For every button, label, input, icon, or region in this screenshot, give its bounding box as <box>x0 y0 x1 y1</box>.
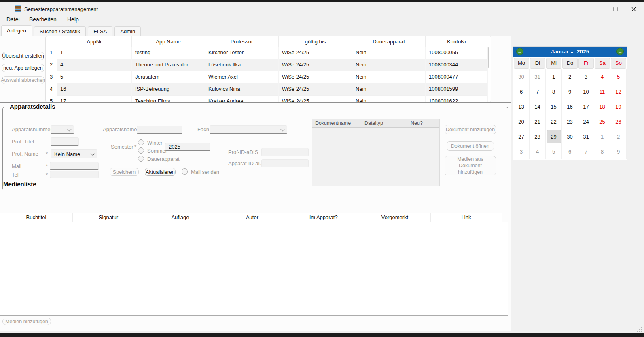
calendar-day[interactable]: 20 <box>513 114 530 129</box>
dokument-oeffnen-button[interactable]: Dokument öffnen <box>447 141 494 151</box>
calendar-day[interactable]: 19 <box>610 99 627 114</box>
calendar-day[interactable]: 31 <box>530 69 546 84</box>
uebersicht-erstellen-button[interactable]: Übersicht erstellen <box>2 52 44 60</box>
calendar-day[interactable]: 22 <box>546 114 562 129</box>
calendar-day[interactable]: 7 <box>578 144 594 159</box>
calendar-day[interactable]: 31 <box>578 129 594 144</box>
tab-suchen-statistik[interactable]: Suchen / Statistik <box>34 26 86 36</box>
tel-input[interactable] <box>50 171 99 178</box>
calendar-day[interactable]: 25 <box>594 114 610 129</box>
sommer-radio[interactable] <box>138 147 144 154</box>
mail-input[interactable] <box>50 162 99 170</box>
tab-admin[interactable]: Admin <box>114 26 141 36</box>
calendar-day[interactable]: 15 <box>546 99 562 114</box>
table-row[interactable]: 5 17 Teaching Films Kratzer Andrea WiSe … <box>46 95 491 102</box>
col-gueltig-bis[interactable]: gültig bis <box>279 36 352 47</box>
tab-elsa[interactable]: ELSA <box>88 26 112 36</box>
col-professor[interactable]: Professor <box>205 36 279 47</box>
prof-id-adis-input[interactable] <box>261 148 309 156</box>
calendar-day[interactable]: 4 <box>594 69 610 84</box>
calendar-day-selected[interactable]: 29 <box>546 129 562 144</box>
month-label[interactable]: Januar <box>551 49 569 55</box>
calendar-day[interactable]: 30 <box>513 69 530 84</box>
calendar-day[interactable]: 30 <box>562 129 578 144</box>
calendar-day[interactable]: 6 <box>562 144 578 159</box>
minimize-button[interactable] <box>587 3 599 15</box>
dauerapparat-radio[interactable] <box>138 156 144 162</box>
prof-titel-input[interactable] <box>51 137 79 146</box>
apparatsnummer-combobox[interactable] <box>51 125 74 134</box>
fach-combobox[interactable] <box>210 125 287 134</box>
calendar-day[interactable]: 13 <box>513 99 530 114</box>
calendar-day[interactable]: 2 <box>610 129 627 144</box>
calendar-day[interactable]: 7 <box>530 84 546 99</box>
calendar-day[interactable]: 6 <box>513 84 530 99</box>
calendar-day[interactable]: 5 <box>610 69 627 84</box>
menu-datei[interactable]: Datei <box>6 16 20 23</box>
apparatsname-input[interactable] <box>137 126 182 134</box>
year-input[interactable]: 2025 <box>165 143 210 151</box>
calendar-day[interactable]: 14 <box>530 99 546 114</box>
maximize-button[interactable] <box>609 3 621 15</box>
calendar-day[interactable]: 3 <box>513 144 530 159</box>
medienliste-body[interactable] <box>0 222 508 316</box>
calendar-day[interactable]: 1 <box>594 129 610 144</box>
menu-bearbeiten[interactable]: Bearbeiten <box>29 16 57 23</box>
calendar-day[interactable]: 17 <box>578 99 594 114</box>
calendar-day[interactable]: 28 <box>530 129 546 144</box>
splitter[interactable] <box>0 102 511 103</box>
calendar-day[interactable]: 3 <box>578 69 594 84</box>
prof-name-combobox[interactable]: Kein Name <box>51 149 97 158</box>
calendar-day[interactable]: 12 <box>610 84 627 99</box>
calendar-title[interactable]: Januar 2025 <box>513 47 627 57</box>
calendar-day[interactable]: 24 <box>578 114 594 129</box>
menu-help[interactable]: Help <box>67 16 79 23</box>
col-appnr[interactable]: AppNr <box>57 36 132 47</box>
table-row[interactable]: 1 1 testing Kirchner Tester WiSe 24/25 N… <box>46 47 491 59</box>
calendar-day[interactable]: 8 <box>546 84 562 99</box>
titlebar[interactable]: Semesterapparatsmanagement <box>0 2 644 13</box>
year-label[interactable]: 2025 <box>577 49 589 55</box>
medien-hinzufuegen-button[interactable]: Medien hinzufügen <box>2 318 51 325</box>
calendar-day[interactable]: 16 <box>562 99 578 114</box>
medien-aus-dokument-button[interactable]: Medien aus Dokument hinzufügen <box>445 156 496 175</box>
calendar-day[interactable]: 9 <box>562 84 578 99</box>
scrollbar-thumb[interactable] <box>488 47 489 68</box>
apparat-id-adis-input[interactable] <box>261 159 309 167</box>
col-dauerapparat[interactable]: Dauerapparat <box>352 36 426 47</box>
calendar-day[interactable]: 21 <box>530 114 546 129</box>
dokument-hinzufuegen-button[interactable]: Dokument hinzufügen <box>445 125 496 134</box>
resize-grip[interactable] <box>636 326 642 332</box>
calendar-day[interactable]: 4 <box>530 144 546 159</box>
col-app-name[interactable]: App Name <box>132 36 205 47</box>
speichern-button[interactable]: Speichern <box>110 168 139 176</box>
weekday-label: Di <box>530 58 545 69</box>
calendar-day[interactable]: 8 <box>594 144 610 159</box>
table-row[interactable]: 3 5 Jerusalem Wiemer Axel WiSe 24/25 Nei… <box>46 71 491 83</box>
calendar-day[interactable]: 1 <box>546 69 562 84</box>
winter-radio[interactable] <box>138 139 144 145</box>
table-row[interactable]: 2 4 Theorie und Praxis der ... Lüsebrink… <box>46 59 491 71</box>
mail-senden-checkbox[interactable] <box>182 168 188 175</box>
calendar-day[interactable]: 26 <box>610 114 627 129</box>
calendar-day[interactable]: 18 <box>594 99 610 114</box>
calendar-day[interactable]: 9 <box>610 144 627 159</box>
col-kontonr[interactable]: KontoNr <box>426 36 488 47</box>
calendar-day[interactable]: 10 <box>578 84 594 99</box>
calendar-day[interactable]: 11 <box>594 84 610 99</box>
calendar-day[interactable]: 27 <box>513 129 530 144</box>
calendar-day[interactable]: 23 <box>562 114 578 129</box>
next-month-button[interactable]: → <box>616 48 624 55</box>
neu-app-anlegen-button[interactable]: neu. App anlegen <box>2 64 44 72</box>
calendar-day[interactable]: 5 <box>546 144 562 159</box>
table-scrollbar[interactable] <box>487 47 490 101</box>
calendar-weekday-row: Mo Di Mi Do Fr Sa So <box>513 57 627 69</box>
table-row[interactable]: 4 16 ISP-Betreuung Kulovics Nina WiSe 24… <box>46 83 491 95</box>
dokument-table[interactable]: Dokumentname Dateityp Neu? <box>312 119 440 186</box>
calendar-day[interactable]: 2 <box>562 69 578 84</box>
close-button[interactable] <box>627 3 640 15</box>
aktualisieren-button[interactable]: Aktualisieren <box>145 168 176 176</box>
previous-month-button[interactable]: ← <box>516 48 523 55</box>
auswahl-abbrechen-button[interactable]: Auswahl abbrechen <box>2 76 44 84</box>
tab-anlegen[interactable]: Anlegen <box>1 25 32 36</box>
